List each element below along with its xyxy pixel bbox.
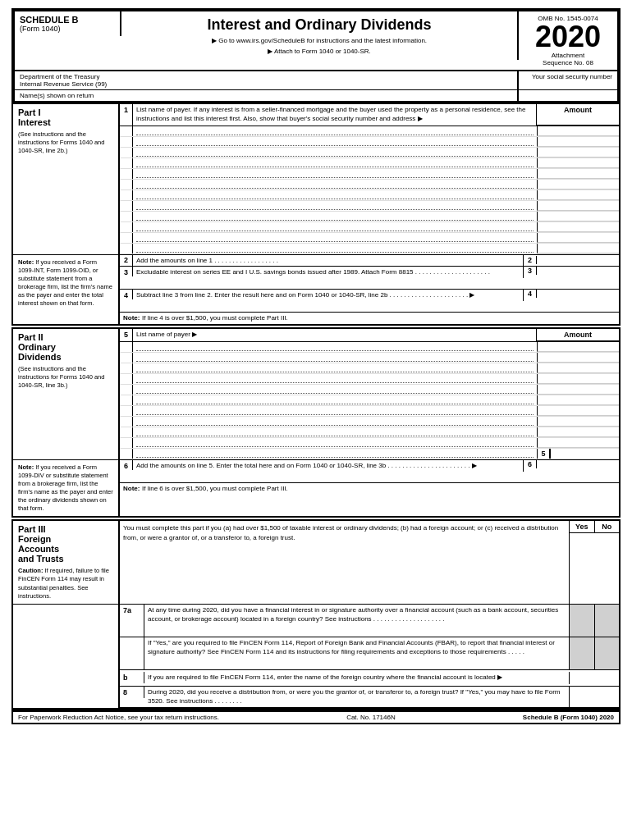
line2-row: Note: If you received a Form 1099-INT, F… xyxy=(13,255,619,325)
amount-7[interactable] xyxy=(537,190,619,200)
line6-number: 6 xyxy=(120,460,133,470)
p2-payer-line-1[interactable] xyxy=(136,343,534,351)
line3-col-num: 3 xyxy=(524,267,537,275)
p2-amount-5[interactable] xyxy=(537,385,619,395)
amount-11[interactable] xyxy=(537,233,619,243)
line7a-ifyes-yes[interactable] xyxy=(570,637,595,669)
line1-instruction: List name of payer. If any interest is f… xyxy=(133,104,537,126)
line1-number: 1 xyxy=(120,104,133,126)
line8-text: During 2020, did you receive a distribut… xyxy=(144,687,570,708)
amount-10[interactable] xyxy=(537,222,619,232)
line4-col-num: 4 xyxy=(524,290,537,298)
footer-left: For Paperwork Reduction Act Notice, see … xyxy=(18,714,219,721)
payer-line-12[interactable] xyxy=(136,244,534,253)
ssn-input[interactable] xyxy=(519,90,617,101)
line5-number: 5 xyxy=(120,329,133,341)
payer-line-11[interactable] xyxy=(136,234,534,242)
p2-payer-line-3[interactable] xyxy=(136,364,534,372)
part2-note3: Note: If line 6 is over $1,500, you must… xyxy=(120,483,619,495)
omb-info: OMB No. 1545-0074 2020 Attachment Sequen… xyxy=(519,11,617,70)
p2-amount-8[interactable] xyxy=(537,417,619,427)
amount-8[interactable] xyxy=(537,201,619,211)
part2-note: (See instructions and the instructions f… xyxy=(18,365,113,390)
payer-line-7[interactable] xyxy=(136,191,534,199)
line7b-text: If you are required to file FinCEN Form … xyxy=(144,672,570,684)
part2-label: Part II Ordinary Dividends (See instruct… xyxy=(13,329,120,459)
p2-amount-3[interactable] xyxy=(537,363,619,373)
line5-text: List name of payer ▶ xyxy=(133,329,537,341)
line4-text: Subtract line 3 from line 2. Enter the r… xyxy=(133,290,524,302)
p2-payer-line-2[interactable] xyxy=(136,354,534,362)
p2-amount-9[interactable] xyxy=(537,427,619,437)
dept-label: Department of the Treasury Internal Reve… xyxy=(15,71,519,89)
payer-line-9[interactable] xyxy=(136,212,534,221)
amount-1[interactable] xyxy=(537,126,619,136)
p2-payer-line-10[interactable] xyxy=(136,439,534,447)
line7a-ifyes: If "Yes," are you required to file FinCE… xyxy=(144,637,570,669)
part2-payer-lines: 5 xyxy=(120,342,619,459)
line2-col-num: 2 xyxy=(524,256,537,264)
amount-4[interactable] xyxy=(537,158,619,168)
line5-col-marker: 5 xyxy=(537,449,550,459)
note3-row: Note: If line 4 is over $1,500, you must… xyxy=(120,313,619,324)
schedule-label: SCHEDULE B (Form 1040) xyxy=(15,11,121,36)
payer-line-5[interactable] xyxy=(136,170,534,178)
line7a-ifyes-no[interactable] xyxy=(595,637,620,669)
payer-line-8[interactable] xyxy=(136,202,534,210)
line3-number: 3 xyxy=(120,267,133,276)
part3-intro: You must complete this part if you (a) h… xyxy=(120,521,570,604)
p2-payer-line-6[interactable] xyxy=(136,396,534,404)
amount-9[interactable] xyxy=(537,212,619,221)
p2-amount-2[interactable] xyxy=(537,353,619,363)
line8-number: 8 xyxy=(120,687,144,698)
amount-5[interactable] xyxy=(537,169,619,179)
amount-3[interactable] xyxy=(537,148,619,158)
p2-amount-1[interactable] xyxy=(537,342,619,352)
part1-label: Part I Interest (See instructions and th… xyxy=(13,104,120,254)
p2-payer-line-8[interactable] xyxy=(136,418,534,426)
ssn-header: Your social security number xyxy=(519,71,617,89)
payer-line-10[interactable] xyxy=(136,223,534,231)
amount-header-1: Amount xyxy=(537,104,619,126)
p2-amount-11[interactable] xyxy=(550,449,619,459)
part3-label: Part III Foreign Accounts and Trusts Cau… xyxy=(13,521,120,604)
part1-payer-lines xyxy=(120,126,619,254)
p2-payer-line-7[interactable] xyxy=(136,407,534,415)
line6-col-num: 6 xyxy=(524,460,537,468)
p2-payer-line-11[interactable] xyxy=(136,450,534,458)
line2-number: 2 xyxy=(120,255,133,266)
line7a-no[interactable] xyxy=(595,605,620,637)
p2-payer-line-9[interactable] xyxy=(136,428,534,436)
p2-amount-10[interactable] xyxy=(537,438,619,448)
part2-note2: Note: If you received a Form 1099-DIV or… xyxy=(13,460,120,517)
line7a-yes[interactable] xyxy=(570,605,595,637)
form-title: Interest and Ordinary Dividends ▶ Go to … xyxy=(121,11,519,60)
p2-payer-line-5[interactable] xyxy=(136,386,534,394)
p2-payer-line-4[interactable] xyxy=(136,375,534,383)
payer-line-4[interactable] xyxy=(136,159,534,167)
amount-2[interactable] xyxy=(537,137,619,147)
p2-amount-6[interactable] xyxy=(537,395,619,405)
payer-line-1[interactable] xyxy=(136,127,534,135)
line4-number: 4 xyxy=(120,290,133,299)
footer-right: Schedule B (Form 1040) 2020 xyxy=(523,714,614,721)
p2-amount-7[interactable] xyxy=(537,406,619,416)
part3-section: Part III Foreign Accounts and Trusts Cau… xyxy=(11,519,621,710)
amount-6[interactable] xyxy=(537,180,619,189)
line6-text: Add the amounts on line 5. Enter the tot… xyxy=(133,460,524,472)
footer: For Paperwork Reduction Act Notice, see … xyxy=(11,710,621,724)
line7b-number: b xyxy=(120,672,144,683)
p2-amount-4[interactable] xyxy=(537,374,619,384)
payer-line-6[interactable] xyxy=(136,180,534,189)
line7a-number: 7a xyxy=(120,605,144,637)
line3-text: Excludable interest on series EE and I U… xyxy=(133,267,524,279)
part1-note2: Note: If you received a Form 1099-INT, F… xyxy=(13,255,120,324)
yes-header: Yes xyxy=(570,521,595,532)
name-label: Name(s) shown on return xyxy=(15,90,519,101)
amount-12[interactable] xyxy=(537,244,619,253)
payer-line-2[interactable] xyxy=(136,138,534,146)
part3-caution: Caution: If required, failure to file Fi… xyxy=(18,567,113,600)
payer-line-3[interactable] xyxy=(136,148,534,157)
line7a-text: At any time during 2020, did you have a … xyxy=(144,605,570,637)
footer-center: Cat. No. 17146N xyxy=(346,714,396,721)
